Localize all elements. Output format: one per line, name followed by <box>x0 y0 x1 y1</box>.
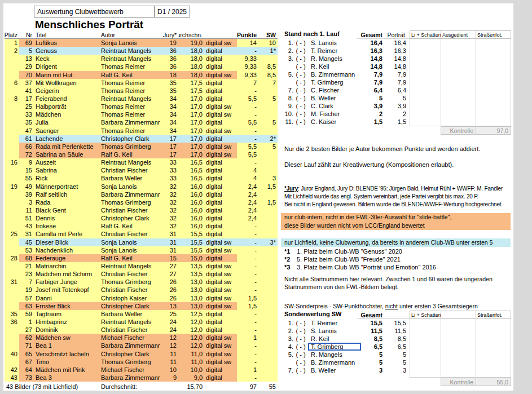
cell-platz[interactable]: 28 <box>5 254 19 262</box>
standing-gesamt[interactable]: 11,5 <box>361 327 382 335</box>
standing-portraet[interactable]: 7,9 <box>382 70 406 78</box>
standing-trend[interactable]: ( - ) <box>293 343 308 351</box>
cell-platz[interactable]: 6 <box>5 79 19 87</box>
cell-jury[interactable]: 33 <box>160 166 178 174</box>
col-header-sw[interactable]: SW <box>258 31 278 38</box>
cell-autor[interactable]: Reintraut Mangels <box>99 262 160 270</box>
cell-autor[interactable]: Barbara Zimmermann <box>99 342 160 349</box>
cell-sw[interactable] <box>258 270 278 278</box>
cell-nr[interactable]: 1 <box>19 318 34 326</box>
standing-portraet[interactable]: 1,5 <box>382 118 406 126</box>
star-note-3[interactable]: *33. Platz beim Club-WB "Porträt und Emo… <box>284 264 436 271</box>
cell-type[interactable]: digital sw <box>204 349 237 357</box>
cell-autor[interactable]: Thomas Grimberg <box>99 358 160 366</box>
cell-autor[interactable]: Thomas Reimer <box>99 87 160 95</box>
cell-type[interactable]: digital sw <box>204 143 237 150</box>
standing-rank[interactable]: 11. <box>281 118 293 126</box>
cell-titel[interactable]: Verschmitzt lächeln <box>34 349 99 357</box>
cell-nr[interactable]: 59 <box>19 310 34 318</box>
standing-trend[interactable]: ( - ) <box>293 39 308 47</box>
standing-name[interactable]: T. Grimberg <box>308 78 361 86</box>
cell-durchschnitt[interactable]: 16,0 <box>178 191 204 198</box>
cell-durchschnitt[interactable]: 17,5 <box>178 79 204 87</box>
sw-col-li-schatten[interactable]: Li + Schatten <box>410 311 441 319</box>
cell-autor[interactable]: Christian Fischer <box>99 166 160 174</box>
cell-platz[interactable] <box>5 87 19 95</box>
cell-sw[interactable]: 8,5 <box>258 71 278 79</box>
cell-titel[interactable]: Luftikus <box>34 39 99 47</box>
cell-sw[interactable] <box>258 222 278 230</box>
cell-type[interactable]: digital <box>204 230 237 238</box>
cell-autor[interactable]: Barbara Zimmermann <box>99 374 160 382</box>
cell-autor[interactable]: Barbara Zimmermann <box>99 118 160 126</box>
standings-col-gesamt[interactable]: Gesamt <box>357 30 382 39</box>
cell-jury[interactable]: 36 <box>160 55 178 63</box>
summary-average-value[interactable]: 15,70 <box>178 383 204 391</box>
cell-nr[interactable]: 45 <box>19 238 34 246</box>
cell-titel[interactable]: Sabrina <box>34 166 99 174</box>
standing-trend[interactable]: ( - ) <box>293 70 308 78</box>
note-two-best-images[interactable]: Nur die 2 besten Bilder je Autor bekomme… <box>284 145 480 152</box>
cell-sw[interactable]: 10 <box>258 39 278 47</box>
cell-durchschnitt[interactable]: 15,5 <box>178 246 204 254</box>
cell-platz[interactable]: 42 <box>5 366 19 374</box>
cell-platz[interactable]: 25 <box>5 230 19 238</box>
cell-nr[interactable]: 7 <box>19 278 34 286</box>
standing-trend[interactable]: ( - ) <box>293 110 308 118</box>
cell-titel[interactable]: Dirigent <box>34 63 99 70</box>
cell-autor[interactable]: Thomas Reimer <box>99 127 160 135</box>
cell-platz[interactable]: 16 <box>5 158 19 166</box>
cell-titel[interactable]: Mädchen mit Schirm <box>34 270 99 278</box>
cell-autor[interactable]: Ralf G. Keil <box>99 222 160 230</box>
cell-type[interactable]: digital <box>204 87 237 95</box>
cell-platz[interactable] <box>5 214 19 222</box>
cell-punkte[interactable]: - <box>237 222 258 230</box>
cell-sw[interactable] <box>258 166 278 174</box>
cell-type[interactable]: digital sw <box>204 334 237 342</box>
cell-autor[interactable]: Christopher Clark <box>99 214 160 222</box>
cell-type[interactable]: digital <box>204 135 237 143</box>
cell-durchschnitt[interactable]: 16,0 <box>178 198 204 206</box>
standing-name[interactable]: T. Grimberg <box>308 343 361 351</box>
cell-nr[interactable]: 21 <box>19 262 34 270</box>
standing-name[interactable]: C. Kaiser <box>308 118 361 126</box>
sw-kontrolle-value[interactable]: 55,0 <box>476 378 511 386</box>
cell-platz[interactable] <box>5 166 19 174</box>
cell-platz[interactable] <box>5 55 19 63</box>
cell-type[interactable]: digital <box>204 63 237 70</box>
standing-rank[interactable]: 8. <box>281 94 293 102</box>
cell-platz[interactable] <box>5 103 19 110</box>
standing-gesamt[interactable]: 7,9 <box>361 70 382 78</box>
cell-jury[interactable]: 31 <box>160 246 178 254</box>
standing-rank[interactable]: 7. <box>281 86 293 94</box>
standing-rank[interactable]: 2. <box>281 47 293 55</box>
cell-titel[interactable]: Mit Wollkragen <box>34 79 99 87</box>
cell-jury[interactable]: 13 <box>160 302 178 310</box>
standing-gesamt[interactable]: 15,5 <box>361 319 382 327</box>
standing-rank[interactable]: 9. <box>281 102 293 110</box>
cell-type[interactable]: digital sw <box>204 270 237 278</box>
standing-gesamt[interactable]: 6,5 <box>361 343 382 351</box>
cell-sw[interactable] <box>258 294 278 302</box>
cell-sw[interactable]: 1,5 <box>258 183 278 191</box>
standing-portraet[interactable]: 7,9 <box>382 78 406 86</box>
cell-jury[interactable]: 12 <box>160 342 178 349</box>
cell-autor[interactable]: Sonja Lanois <box>99 246 160 254</box>
cell-type[interactable]: digital <box>204 222 237 230</box>
cell-titel[interactable]: Lachende <box>34 135 99 143</box>
cell-type[interactable]: digital sw <box>204 103 237 110</box>
standing-portraet[interactable]: 2 <box>382 110 406 118</box>
cell-type[interactable]: digital <box>204 79 237 87</box>
cell-type[interactable]: digital <box>204 318 237 326</box>
standing-trend[interactable]: ( - ) <box>293 78 308 86</box>
cell-durchschnitt[interactable]: 13,0 <box>178 302 204 310</box>
standings-col-portraet[interactable]: Porträt <box>382 30 405 39</box>
cell-durchschnitt[interactable]: 13,0 <box>178 294 204 302</box>
cell-punkte[interactable]: - <box>237 262 258 270</box>
cell-sw[interactable] <box>258 262 278 270</box>
cell-platz[interactable] <box>5 286 19 294</box>
cell-platz[interactable] <box>5 118 19 126</box>
cell-jury[interactable]: 9 <box>160 374 178 382</box>
cell-sw[interactable] <box>258 246 278 254</box>
cell-punkte[interactable]: - <box>237 278 258 286</box>
